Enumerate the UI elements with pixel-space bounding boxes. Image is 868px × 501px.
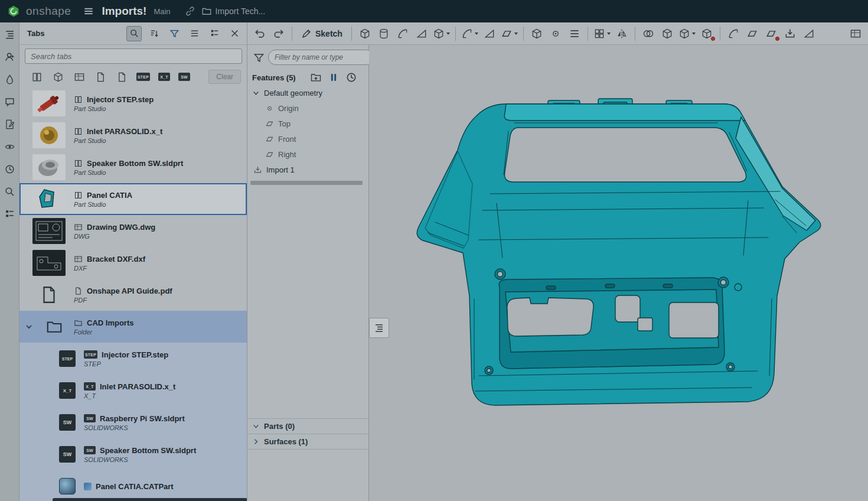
surfaces-section-header[interactable]: Surfaces (1) <box>247 434 368 450</box>
modify-fillet-icon[interactable] <box>725 25 742 43</box>
graphics-viewport[interactable] <box>369 45 868 501</box>
step-filter-icon[interactable]: STEP <box>136 73 150 81</box>
search-icon[interactable] <box>2 184 17 199</box>
solidworks-filter-icon[interactable]: SW <box>178 73 190 81</box>
final-rollback-icon[interactable] <box>345 71 357 83</box>
tab-item-api-guide-pdf[interactable]: Onshape API Guide.pdf PDF <box>19 279 247 311</box>
sweep-icon[interactable] <box>394 25 412 43</box>
feature-filter-input[interactable] <box>268 50 374 65</box>
tab-item-speaker-bottom-sw[interactable]: SW SW Speaker Bottom SW.sldprt SOLIDWORK… <box>19 438 247 470</box>
solidworks-file-icon: SW <box>59 446 76 463</box>
plane-icon <box>265 135 274 144</box>
panel-catia-model[interactable] <box>369 45 868 501</box>
sheet-metal-icon[interactable] <box>800 25 818 43</box>
undo-icon[interactable] <box>251 25 269 43</box>
sketch-pencil-icon <box>301 28 312 39</box>
pause-icon[interactable] <box>328 71 340 83</box>
blob-filter-icon[interactable] <box>94 70 107 83</box>
redo-icon[interactable] <box>270 25 288 43</box>
tree-item-top-plane[interactable]: Top <box>247 116 368 131</box>
tab-item-cad-imports-folder[interactable]: CAD Imports Folder <box>19 311 247 343</box>
shell-icon[interactable] <box>528 25 546 43</box>
thicken-icon[interactable] <box>432 25 451 43</box>
pattern-icon[interactable] <box>592 25 612 43</box>
tab-item-bracket-dxf[interactable]: Bracket DXF.dxf DXF <box>19 247 247 279</box>
sketch-button[interactable]: Sketch <box>296 25 347 43</box>
versions-history-icon[interactable] <box>2 162 17 176</box>
draft-icon[interactable] <box>500 25 519 43</box>
delete-face-icon[interactable] <box>762 25 780 43</box>
catia-file-icon <box>59 478 76 495</box>
tab-item-injector-step-file[interactable]: STEP STEP Injector STEP.step STEP <box>19 343 247 375</box>
thumbnail <box>32 218 66 244</box>
detail-view-icon[interactable] <box>207 26 222 41</box>
follow-mode-icon[interactable] <box>2 139 17 154</box>
tab-item-drawing-dwg[interactable]: Drawing DWG.dwg DWG <box>19 215 247 247</box>
filter-funnel-icon[interactable] <box>253 51 265 64</box>
loft-icon[interactable] <box>413 25 430 43</box>
search-tabs-input[interactable] <box>25 48 242 64</box>
close-icon[interactable] <box>227 26 242 41</box>
assembly-filter-icon[interactable] <box>51 70 64 83</box>
share-link-icon[interactable] <box>185 6 195 17</box>
transform-icon[interactable] <box>677 25 697 43</box>
insert-folder-icon[interactable] <box>310 71 322 83</box>
folder-icon <box>201 6 212 17</box>
parasolid-filter-icon[interactable]: X_T <box>158 73 170 81</box>
outline-icon[interactable] <box>2 207 17 221</box>
extrude-icon[interactable] <box>356 25 374 43</box>
clear-filters-button[interactable]: Clear <box>208 70 241 84</box>
tab-item-speaker-bottom[interactable]: Speaker Bottom SW.sldprt Part Studio <box>19 151 247 183</box>
share-user-icon[interactable] <box>2 50 17 64</box>
chevron-down-icon[interactable] <box>252 89 260 97</box>
hole-icon[interactable] <box>547 25 564 43</box>
tree-item-default-geometry[interactable]: Default geometry <box>247 85 368 100</box>
breadcrumb[interactable]: Import Tech... <box>201 6 266 17</box>
tree-item-right-plane[interactable]: Right <box>247 147 368 162</box>
boolean-icon[interactable] <box>639 25 657 43</box>
move-face-icon[interactable] <box>743 25 761 43</box>
tab-item-panel-catia-catpart[interactable]: Panel CATIA.CATPart <box>19 470 247 501</box>
import-icon <box>253 165 262 174</box>
tree-item-import-1[interactable]: Import 1 <box>247 162 368 177</box>
tab-item-injector-step[interactable]: Injector STEP.step Part Studio <box>19 87 247 119</box>
document-menu-icon[interactable] <box>83 5 94 17</box>
workspace-name[interactable]: Main <box>154 7 170 16</box>
parts-section-header[interactable]: Parts (0) <box>247 419 368 434</box>
release-notes-icon[interactable] <box>2 117 17 131</box>
filter-funnel-icon[interactable] <box>167 26 182 41</box>
rollback-bar[interactable] <box>250 181 363 185</box>
revolve-icon[interactable] <box>375 25 393 43</box>
tabs-panel: Tabs STEP X_T SW Clear <box>19 22 247 501</box>
split-icon[interactable] <box>658 25 676 43</box>
drawing-filter-icon[interactable] <box>73 70 86 83</box>
left-rail <box>0 22 19 501</box>
part-studio-filter-icon[interactable] <box>30 70 43 83</box>
export-icon[interactable] <box>781 25 799 43</box>
tab-item-inlet-parasolid-file[interactable]: X_T X_T Inlet PARASOLID.x_t X_T <box>19 375 247 406</box>
comments-icon[interactable] <box>2 95 17 109</box>
appearance-icon[interactable] <box>2 72 17 86</box>
tab-item-inlet-parasolid[interactable]: Inlet PARASOLID.x_t Part Studio <box>19 119 247 151</box>
tabs-list: Injector STEP.step Part Studio Inlet PAR… <box>19 87 247 501</box>
feature-tree-toggle-button[interactable] <box>369 318 389 338</box>
tab-item-panel-catia[interactable]: Panel CATIA Part Studio <box>19 183 247 215</box>
tab-item-raspberry-pi-sw[interactable]: SW SW Raspberry Pi SW.sldprt SOLIDWORKS <box>19 406 247 438</box>
tree-item-origin[interactable]: Origin <box>247 100 368 116</box>
solidworks-file-icon: SW <box>84 446 96 454</box>
delete-part-icon[interactable] <box>698 25 716 43</box>
fillet-icon[interactable] <box>460 25 479 43</box>
list-view-icon[interactable] <box>187 26 202 41</box>
chevron-down-icon[interactable] <box>25 323 33 331</box>
search-icon[interactable] <box>126 26 142 41</box>
panel-toggle-icon[interactable] <box>847 25 864 43</box>
tabs-tree-icon[interactable] <box>2 27 17 41</box>
tree-item-front-plane[interactable]: Front <box>247 131 368 147</box>
tabs-horizontal-scrollbar[interactable] <box>53 498 247 501</box>
top-bar: onshape Imports! Main Import Tech... <box>0 0 868 22</box>
pdf-filter-icon[interactable] <box>115 70 128 83</box>
rib-icon[interactable] <box>566 25 583 43</box>
sort-icon[interactable] <box>146 26 162 41</box>
chamfer-icon[interactable] <box>481 25 498 43</box>
mirror-icon[interactable] <box>613 25 631 43</box>
